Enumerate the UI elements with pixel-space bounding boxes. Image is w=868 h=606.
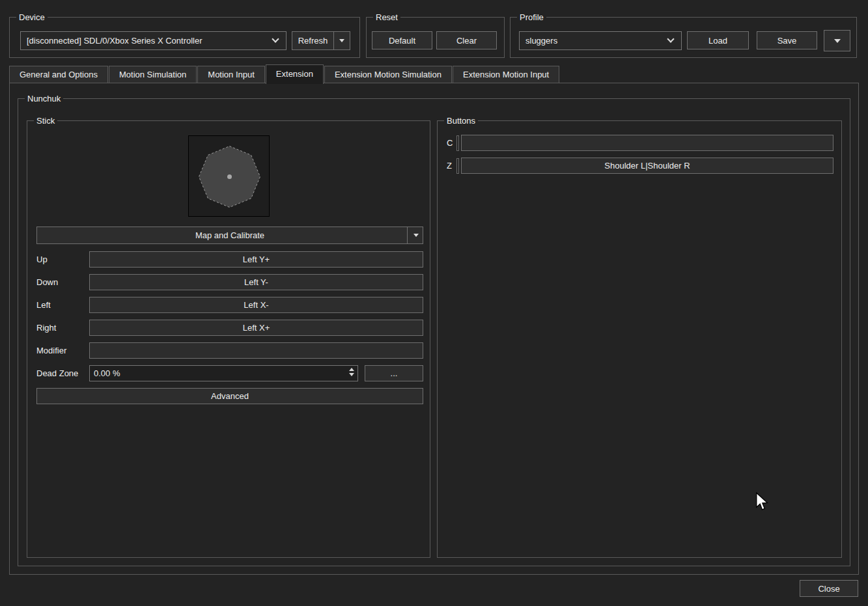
device-group-label: Device bbox=[16, 12, 48, 23]
close-button[interactable]: Close bbox=[800, 580, 858, 597]
profile-select[interactable]: sluggers bbox=[519, 31, 682, 50]
tab-extension-motion-input[interactable]: Extension Motion Input bbox=[453, 66, 559, 83]
right-label: Right bbox=[36, 320, 56, 336]
default-button-label: Default bbox=[389, 36, 415, 46]
tab-extension-motion-simulation[interactable]: Extension Motion Simulation bbox=[324, 66, 452, 83]
dead-zone-value: 0.00 % bbox=[94, 368, 120, 378]
save-button-label: Save bbox=[777, 36, 797, 46]
ellipsis-icon: ... bbox=[391, 368, 398, 378]
chevron-down-icon bbox=[272, 35, 279, 42]
load-button[interactable]: Load bbox=[687, 31, 749, 49]
tab-motion-simulation[interactable]: Motion Simulation bbox=[109, 66, 197, 83]
advanced-button[interactable]: Advanced bbox=[36, 388, 423, 404]
up-mapping-value: Left Y+ bbox=[243, 255, 270, 264]
z-mapping-button[interactable]: Shoulder L|Shoulder R bbox=[461, 158, 833, 174]
c-label: C bbox=[447, 135, 453, 151]
left-mapping-button[interactable]: Left X- bbox=[89, 297, 423, 313]
spinner-arrows[interactable] bbox=[349, 368, 354, 376]
z-mapping-value: Shoulder L|Shoulder R bbox=[604, 161, 690, 171]
up-label: Up bbox=[36, 251, 48, 268]
left-mapping-value: Left X- bbox=[244, 300, 268, 310]
default-button[interactable]: Default bbox=[372, 31, 432, 49]
button-separator bbox=[407, 227, 408, 243]
chevron-down-icon bbox=[667, 35, 674, 42]
reset-group: Reset Default Clear bbox=[366, 17, 505, 58]
profile-select-value: sluggers bbox=[525, 36, 557, 46]
stick-calibration-display bbox=[188, 135, 270, 217]
dead-zone-label: Dead Zone bbox=[36, 365, 78, 381]
close-button-label: Close bbox=[818, 584, 839, 594]
refresh-button[interactable]: Refresh bbox=[292, 31, 334, 50]
up-mapping-button[interactable]: Left Y+ bbox=[89, 251, 423, 268]
menu-arrow-icon bbox=[834, 39, 841, 43]
dead-zone-spinbox[interactable]: 0.00 % bbox=[89, 365, 358, 381]
advanced-button-label: Advanced bbox=[211, 391, 249, 401]
profile-menu-button[interactable] bbox=[824, 30, 850, 51]
stick-position-dot bbox=[227, 174, 232, 179]
tab-bar: General and Options Motion Simulation Mo… bbox=[9, 64, 560, 83]
reset-group-label: Reset bbox=[373, 12, 400, 23]
menu-arrow-icon bbox=[339, 39, 344, 42]
buttons-group: Buttons C Z Shoulder L|Shoulder R bbox=[437, 120, 842, 558]
stick-group-label: Stick bbox=[34, 115, 57, 126]
nunchuk-group-label: Nunchuk bbox=[25, 93, 63, 104]
c-input-indicator bbox=[456, 135, 459, 151]
map-and-calibrate-label: Map and Calibrate bbox=[195, 230, 264, 240]
c-mapping-button[interactable] bbox=[461, 135, 833, 151]
buttons-group-label: Buttons bbox=[444, 115, 478, 126]
clear-button-label: Clear bbox=[456, 36, 477, 46]
tab-motion-input[interactable]: Motion Input bbox=[197, 66, 265, 83]
profile-group: Profile sluggers Load Save bbox=[510, 17, 857, 58]
down-mapping-button[interactable]: Left Y- bbox=[89, 274, 423, 290]
right-mapping-value: Left X+ bbox=[243, 323, 270, 333]
map-and-calibrate-button[interactable]: Map and Calibrate bbox=[36, 227, 423, 244]
device-select[interactable]: [disconnected] SDL/0/Xbox Series X Contr… bbox=[20, 31, 287, 50]
down-mapping-value: Left Y- bbox=[244, 277, 268, 287]
z-label: Z bbox=[447, 158, 452, 174]
device-select-value: [disconnected] SDL/0/Xbox Series X Contr… bbox=[27, 36, 203, 46]
refresh-menu-button[interactable] bbox=[333, 31, 350, 50]
down-label: Down bbox=[36, 274, 58, 290]
save-button[interactable]: Save bbox=[757, 31, 817, 49]
clear-button[interactable]: Clear bbox=[436, 31, 497, 49]
stick-octagon-icon bbox=[189, 136, 270, 217]
mouse-cursor-icon bbox=[756, 492, 768, 513]
stick-group: Stick Map and Calibrate Up Left Y+ Down … bbox=[27, 120, 430, 558]
spin-down-icon[interactable] bbox=[349, 373, 354, 376]
spin-up-icon[interactable] bbox=[349, 368, 354, 371]
z-input-indicator bbox=[456, 158, 459, 174]
dead-zone-options-button[interactable]: ... bbox=[365, 365, 423, 381]
left-label: Left bbox=[36, 297, 51, 313]
right-mapping-button[interactable]: Left X+ bbox=[89, 320, 423, 336]
load-button-label: Load bbox=[708, 36, 727, 46]
profile-group-label: Profile bbox=[517, 12, 546, 23]
menu-arrow-icon bbox=[413, 234, 419, 237]
modifier-label: Modifier bbox=[36, 342, 66, 359]
tab-extension[interactable]: Extension bbox=[266, 64, 324, 84]
nunchuk-group: Nunchuk Stick Map and Calibrate Up Left … bbox=[18, 98, 850, 566]
modifier-mapping-button[interactable] bbox=[89, 342, 423, 359]
tab-general-and-options[interactable]: General and Options bbox=[9, 66, 108, 83]
device-group: Device [disconnected] SDL/0/Xbox Series … bbox=[9, 17, 360, 58]
refresh-button-label: Refresh bbox=[298, 36, 328, 46]
